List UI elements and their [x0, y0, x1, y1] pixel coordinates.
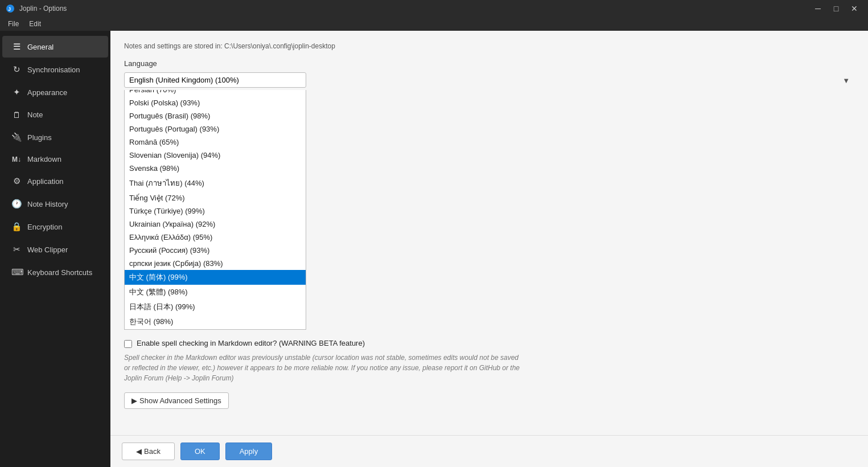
language-option[interactable]: Português (Brasil) (98%): [125, 109, 306, 122]
ok-button[interactable]: OK: [180, 443, 220, 460]
spell-check-checkbox[interactable]: [124, 340, 132, 348]
main-content: Notes and settings are stored in: C:\Use…: [110, 31, 868, 467]
sidebar-label-application: Application: [27, 177, 64, 186]
web-clipper-icon: ✂: [11, 244, 22, 255]
info-bar: Notes and settings are stored in: C:\Use…: [124, 42, 854, 50]
language-option[interactable]: Polski (Polska) (93%): [125, 96, 306, 109]
language-options-list[interactable]: Magyar (Magyarország) (87%)Nederlands (B…: [125, 90, 306, 329]
appearance-icon: ✦: [11, 87, 22, 97]
back-button[interactable]: ◀ Back: [122, 443, 175, 460]
note-icon: 🗒: [11, 110, 22, 120]
sidebar-item-synchronisation[interactable]: ↻ Synchronisation: [2, 59, 108, 80]
sidebar-item-encryption[interactable]: 🔒 Encryption: [2, 216, 108, 237]
sidebar-label-appearance: Appearance: [27, 88, 67, 97]
maximize-button[interactable]: □: [828, 3, 844, 14]
language-option[interactable]: Português (Portugal) (93%): [125, 122, 306, 136]
sidebar: ☰ General ↻ Synchronisation ✦ Appearance…: [0, 31, 110, 467]
spell-check-row: Enable spell checking in Markdown editor…: [124, 339, 854, 348]
svg-text:J: J: [8, 6, 11, 12]
sidebar-label-encryption: Encryption: [27, 223, 62, 231]
back-label: Back: [144, 447, 161, 456]
language-option[interactable]: Slovenian (Slovenija) (94%): [125, 149, 306, 162]
plugins-icon: 🔌: [11, 132, 22, 142]
language-option[interactable]: 한국어 (98%): [125, 314, 306, 329]
keyboard-icon: ⌨: [11, 267, 22, 277]
language-option[interactable]: Svenska (98%): [125, 162, 306, 175]
spell-check-description: Spell checker in the Markdown editor was…: [124, 353, 523, 383]
language-option[interactable]: Türkçe (Türkiye) (99%): [125, 204, 306, 218]
sidebar-item-appearance[interactable]: ✦ Appearance: [2, 81, 108, 103]
minimize-button[interactable]: ─: [810, 3, 826, 14]
language-option[interactable]: српски језик (Србија) (83%): [125, 257, 306, 270]
language-option[interactable]: Ukrainian (Україна) (92%): [125, 218, 306, 231]
language-dropdown-list[interactable]: Magyar (Magyarország) (87%)Nederlands (B…: [124, 90, 306, 330]
note-history-icon: 🕐: [11, 199, 22, 209]
sidebar-item-keyboard-shortcuts[interactable]: ⌨ Keyboard Shortcuts: [2, 261, 108, 283]
sidebar-label-note: Note: [27, 110, 43, 119]
sidebar-item-plugins[interactable]: 🔌 Plugins: [2, 126, 108, 148]
encryption-icon: 🔒: [11, 222, 22, 232]
sidebar-item-general[interactable]: ☰ General: [2, 36, 108, 58]
show-advanced-label: Show Advanced Settings: [139, 396, 221, 405]
language-option[interactable]: Ελληνικά (Ελλάδα) (95%): [125, 231, 306, 244]
sidebar-item-application[interactable]: ⚙ Application: [2, 170, 108, 192]
sidebar-label-plugins: Plugins: [27, 133, 52, 142]
sidebar-item-web-clipper[interactable]: ✂ Web Clipper: [2, 239, 108, 260]
sync-icon: ↻: [11, 64, 22, 75]
sidebar-item-note-history[interactable]: 🕐 Note History: [2, 193, 108, 215]
sidebar-label-sync: Synchronisation: [27, 65, 80, 74]
close-button[interactable]: ✕: [846, 3, 862, 14]
show-advanced-button[interactable]: ▶ Show Advanced Settings: [124, 392, 229, 409]
window-title: Joplin - Options: [19, 5, 67, 13]
footer-bar: ◀ Back OK Apply: [110, 435, 868, 467]
language-option[interactable]: Русский (Россия) (93%): [125, 244, 306, 257]
language-option[interactable]: Tiếng Việt (72%): [125, 191, 306, 204]
sidebar-label-general: General: [27, 43, 54, 51]
content-area: Notes and settings are stored in: C:\Use…: [110, 31, 868, 435]
sidebar-label-note-history: Note History: [27, 200, 68, 208]
language-option[interactable]: Persian (70%): [125, 90, 306, 96]
sidebar-label-keyboard: Keyboard Shortcuts: [27, 268, 92, 277]
language-select[interactable]: English (United Kingdom) (100%): [124, 72, 306, 88]
sidebar-label-markdown: Markdown: [27, 155, 61, 163]
apply-button[interactable]: Apply: [225, 443, 273, 460]
spell-check-label[interactable]: Enable spell checking in Markdown editor…: [137, 339, 365, 347]
sidebar-label-web-clipper: Web Clipper: [27, 245, 68, 254]
language-label: Language: [124, 59, 854, 68]
menu-edit[interactable]: Edit: [24, 19, 46, 29]
app-icon: J: [6, 4, 15, 13]
language-option[interactable]: 中文 (繁體) (98%): [125, 285, 306, 300]
menu-file[interactable]: File: [3, 19, 23, 29]
general-icon: ☰: [11, 42, 22, 52]
chevron-right-icon: ▶: [131, 396, 137, 405]
sidebar-item-markdown[interactable]: M↓ Markdown: [2, 149, 108, 169]
language-option[interactable]: 日本語 (日本) (99%): [125, 300, 306, 314]
language-option[interactable]: Thai (ภาษาไทย) (44%): [125, 175, 306, 191]
menubar: File Edit: [0, 17, 868, 31]
back-arrow-icon: ◀: [136, 447, 142, 456]
language-select-container: English (United Kingdom) (100%) ▼: [124, 72, 854, 88]
language-option[interactable]: Română (65%): [125, 136, 306, 149]
application-icon: ⚙: [11, 176, 22, 186]
language-option[interactable]: 中文 (简体) (99%): [125, 270, 306, 285]
title-bar: J Joplin - Options ─ □ ✕: [0, 0, 868, 17]
sidebar-item-note[interactable]: 🗒 Note: [2, 104, 108, 125]
markdown-icon: M↓: [11, 155, 22, 163]
dropdown-arrow-icon: ▼: [842, 76, 850, 84]
